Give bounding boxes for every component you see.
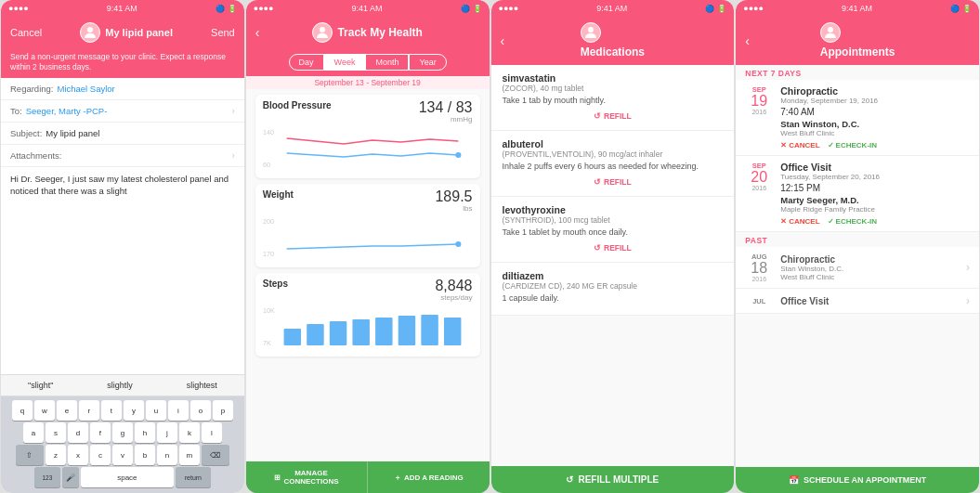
svg-rect-15 — [398, 316, 414, 345]
keyboard-row-1: q w e r t y u i o p — [3, 400, 242, 421]
message-text[interactable]: Hi Dr. Seeger, I just saw my latest chol… — [1, 167, 244, 374]
key-return[interactable]: return — [176, 467, 211, 487]
chevron-right-past-2: › — [966, 294, 970, 307]
svg-rect-12 — [330, 321, 346, 345]
key-l[interactable]: l — [202, 422, 222, 443]
calendar-icon: 📅 — [789, 475, 799, 485]
message-header: Cancel My lipid panel Send — [1, 17, 244, 48]
past-appointment-chiro[interactable]: AUG 18 2016 Chiropractic Stan Winston, D… — [736, 247, 979, 289]
autocomplete-3[interactable]: slightest — [179, 379, 225, 392]
key-z[interactable]: z — [46, 445, 66, 465]
key-q[interactable]: q — [12, 400, 33, 421]
med-title-area: Medications — [581, 22, 645, 59]
svg-text:60: 60 — [263, 162, 270, 169]
key-123[interactable]: 123 — [34, 467, 60, 487]
back-button-2[interactable]: ‹ — [255, 25, 260, 40]
key-o[interactable]: o — [190, 400, 211, 421]
appt-year-1: 2016 — [745, 109, 773, 115]
checkin-button-2[interactable]: ✓ ECHECK-IN — [828, 217, 877, 226]
cancel-button[interactable]: Cancel — [10, 27, 42, 38]
weight-card: Weight 189.5 lbs 200 170 — [255, 184, 480, 267]
svg-point-19 — [828, 27, 833, 32]
tab-week[interactable]: Week — [324, 54, 366, 71]
signal-icon-3: ●●●● — [499, 4, 519, 13]
key-c[interactable]: c — [90, 445, 111, 465]
autocomplete-1[interactable]: "slight" — [20, 379, 60, 392]
past-sub-1: Stan Winston, D.C.West Bluff Clinic — [780, 265, 959, 281]
past-appointment-office[interactable]: JUL Office Visit › — [736, 289, 979, 314]
status-icons-4: 🔵 🔋 — [950, 5, 972, 13]
refill-button-2[interactable]: ↺ REFILL — [503, 175, 724, 188]
status-bar-1: ●●●● 9:41 AM 🔵 🔋 — [1, 0, 244, 17]
refill-multiple-button[interactable]: ↺ REFILL MULTIPLE — [491, 466, 735, 493]
svg-rect-14 — [375, 318, 392, 345]
weight-name: Weight — [263, 189, 294, 200]
med-item-simvastatin: simvastatin (ZOCOR), 40 mg tablet Take 1… — [491, 65, 735, 131]
appt-day-2: 20 — [745, 170, 773, 185]
appointment-chiropractic: SEP 19 2016 Chiropractic Monday, Septemb… — [736, 80, 979, 156]
message-notice: Send a non-urgent message to your clinic… — [1, 48, 244, 78]
battery-icon-4: 🔋 — [962, 5, 972, 13]
past-date-col-2: JUL — [745, 297, 773, 305]
key-t[interactable]: t — [101, 400, 122, 421]
key-j[interactable]: j — [157, 422, 177, 443]
send-button[interactable]: Send — [211, 27, 235, 38]
back-button-4[interactable]: ‹ — [745, 33, 750, 48]
weight-value-block: 189.5 lbs — [435, 189, 472, 213]
autocomplete-2[interactable]: slightly — [99, 379, 140, 392]
key-b[interactable]: b — [135, 445, 155, 465]
past-type-1: Chiropractic — [780, 254, 959, 265]
key-u[interactable]: u — [146, 400, 166, 421]
key-backspace[interactable]: ⌫ — [202, 445, 229, 465]
key-k[interactable]: k — [179, 422, 200, 443]
key-s[interactable]: s — [46, 422, 66, 443]
checkin-button-1[interactable]: ✓ ECHECK-IN — [828, 141, 877, 149]
time-3: 9:41 AM — [596, 4, 627, 13]
refill-button-1[interactable]: ↺ REFILL — [503, 110, 724, 123]
key-m[interactable]: m — [179, 445, 200, 465]
med-name-1: simvastatin — [503, 72, 724, 84]
add-icon: ＋ — [394, 473, 401, 483]
key-v[interactable]: v — [112, 445, 133, 465]
cancel-appt-button-1[interactable]: ✕ CANCEL — [780, 141, 819, 149]
key-h[interactable]: h — [135, 422, 155, 443]
bluetooth-icon-4: 🔵 — [950, 5, 960, 13]
appt-clinic-2: Maple Ridge Family Practice — [780, 205, 970, 214]
key-n[interactable]: n — [157, 445, 177, 465]
key-p[interactable]: p — [213, 400, 233, 421]
key-e[interactable]: e — [57, 400, 77, 421]
attachments-row[interactable]: Attachments: › — [1, 145, 244, 167]
to-row[interactable]: To: Seeger, Marty -PCP- › — [1, 100, 244, 123]
appt-date-text-2: Tuesday, September 20, 2016 — [780, 173, 970, 181]
appt-date-col-2: SEP 20 2016 — [745, 162, 773, 226]
key-mic[interactable]: 🎤 — [62, 467, 79, 487]
key-shift[interactable]: ⇧ — [16, 445, 44, 465]
appointments-header: ‹ Appointments — [736, 17, 979, 65]
add-reading-button[interactable]: ＋ ADD A READING — [368, 461, 489, 493]
key-i[interactable]: i — [168, 400, 189, 421]
key-a[interactable]: a — [23, 422, 44, 443]
appt-doctor-2: Marty Seeger, M.D. — [780, 195, 970, 205]
key-r[interactable]: r — [79, 400, 99, 421]
schedule-appointment-button[interactable]: 📅 SCHEDULE AN APPOINTMENT — [736, 467, 979, 493]
regarding-value: Michael Saylor — [57, 84, 234, 94]
avatar-2 — [312, 22, 333, 43]
appt-clinic-1: West Bluff Clinic — [780, 129, 970, 137]
key-x[interactable]: x — [68, 445, 88, 465]
tab-month[interactable]: Month — [365, 54, 409, 71]
key-f[interactable]: f — [90, 422, 111, 443]
next-section-label: NEXT 7 DAYS — [736, 65, 979, 80]
tab-year[interactable]: Year — [409, 54, 446, 71]
tab-day[interactable]: Day — [289, 54, 324, 71]
key-g[interactable]: g — [112, 422, 133, 443]
key-w[interactable]: w — [34, 400, 55, 421]
cancel-appt-button-2[interactable]: ✕ CANCEL — [780, 217, 819, 226]
svg-text:200: 200 — [263, 218, 274, 226]
refill-button-3[interactable]: ↺ REFILL — [503, 241, 724, 254]
key-d[interactable]: d — [68, 422, 88, 443]
back-button-3[interactable]: ‹ — [501, 33, 505, 48]
steps-value-block: 8,848 steps/day — [435, 279, 472, 302]
key-y[interactable]: y — [124, 400, 144, 421]
manage-connections-button[interactable]: ⊞ MANAGECONNECTIONS — [246, 461, 368, 493]
key-space[interactable]: space — [81, 467, 174, 487]
